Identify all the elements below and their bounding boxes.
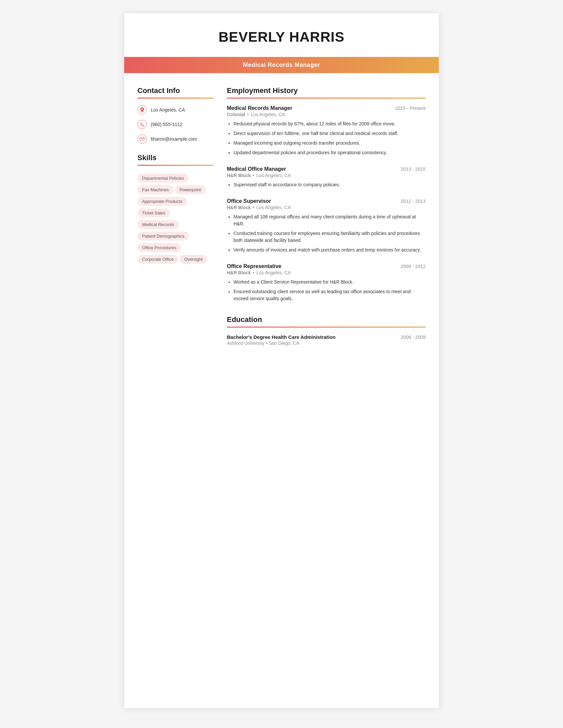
job-header: Office Supervisor2012 - 2013 bbox=[227, 198, 426, 204]
skill-tag: Medical Records bbox=[137, 220, 179, 229]
job-bullet: Verify amounts of invoices and match wit… bbox=[233, 247, 426, 253]
skill-tag: Appropriate Products bbox=[137, 197, 187, 206]
contact-phone: (960) 555-3112 bbox=[137, 120, 213, 129]
contact-location: Los Angeles, CA bbox=[137, 105, 213, 114]
job-dates: 2015 - Present bbox=[395, 106, 426, 111]
job-bullet: Managed incoming and outgoing records tr… bbox=[233, 140, 426, 147]
job-dates: 2009 - 2012 bbox=[401, 264, 426, 269]
resume-body: Contact Info Los Angeles, CA bbox=[124, 73, 439, 359]
contact-section: Contact Info Los Angeles, CA bbox=[137, 86, 213, 144]
candidate-name: BEVERLY HARRIS bbox=[137, 29, 426, 45]
edu-school: Ashford University • San Diego, CA bbox=[227, 341, 426, 346]
edu-degree: Bachelor's Degree Health Care Administra… bbox=[227, 334, 336, 340]
candidate-title: Medical Records Manager bbox=[137, 62, 426, 68]
job-header: Medical Records Manager2015 - Present bbox=[227, 105, 426, 111]
skill-tag: Fax Machines bbox=[137, 185, 173, 194]
job-bullet: Conducted training courses for employees… bbox=[233, 230, 426, 244]
skills-divider bbox=[137, 165, 213, 166]
edu-item-header: Bachelor's Degree Health Care Administra… bbox=[227, 334, 426, 340]
job-bullet: Ensured outstanding client service as we… bbox=[233, 288, 426, 302]
job-dates: 2013 - 2015 bbox=[401, 166, 426, 172]
job-bullet: Managed all 108 regional offices and man… bbox=[233, 213, 426, 227]
skill-tag: Ticket Sales bbox=[137, 208, 170, 217]
skill-tag: Patient Demographics bbox=[137, 232, 189, 241]
resume-header: BEVERLY HARRIS bbox=[124, 13, 439, 52]
education-item: Bachelor's Degree Health Care Administra… bbox=[227, 334, 426, 346]
education-section-title: Education bbox=[227, 315, 426, 324]
skills-tags-container: Departmental PoliciesFax MachinesPowerpo… bbox=[137, 172, 213, 265]
job-bullets: Reduced physical records by 67%, about 1… bbox=[227, 120, 426, 156]
email-icon bbox=[137, 134, 147, 144]
education-divider bbox=[227, 327, 426, 328]
phone-icon bbox=[137, 120, 147, 129]
job-title: Medical Records Manager bbox=[227, 105, 292, 111]
contact-email: bharris@example.com bbox=[137, 134, 213, 144]
edu-dates: 2006 - 2009 bbox=[401, 335, 426, 340]
jobs-container: Medical Records Manager2015 - PresentCol… bbox=[227, 105, 426, 302]
resume-document: BEVERLY HARRIS Medical Records Manager C… bbox=[124, 13, 439, 708]
job-header: Office Representative2009 - 2012 bbox=[227, 263, 426, 269]
skills-section-title: Skills bbox=[137, 154, 213, 162]
skills-section: Skills Departmental PoliciesFax Machines… bbox=[137, 154, 213, 265]
contact-divider bbox=[137, 98, 213, 99]
job-item: Medical Records Manager2015 - PresentCol… bbox=[227, 105, 426, 156]
job-item: Office Representative2009 - 2012H&R Bloc… bbox=[227, 263, 426, 302]
skill-tag: Powerpoint bbox=[175, 185, 206, 194]
main-content: Employment History Medical Records Manag… bbox=[227, 86, 426, 346]
title-banner: Medical Records Manager bbox=[124, 57, 439, 73]
job-bullet: Direct supervision of ten fulltime, one … bbox=[233, 130, 426, 137]
skill-tag: Office Procedures bbox=[137, 243, 181, 252]
job-dates: 2012 - 2013 bbox=[401, 199, 426, 204]
education-section: Education Bachelor's Degree Health Care … bbox=[227, 315, 426, 346]
contact-phone-text: (960) 555-3112 bbox=[151, 122, 182, 127]
employment-divider bbox=[227, 98, 426, 99]
job-bullet: Updated departmental policies and proced… bbox=[233, 149, 426, 156]
job-bullet: Supervised staff in accordance to compan… bbox=[233, 181, 426, 188]
skill-tag: Corporate Office bbox=[137, 255, 178, 264]
job-bullets: Supervised staff in accordance to compan… bbox=[227, 181, 426, 188]
job-company: H&R Block•Los Angeles, CA bbox=[227, 205, 426, 210]
contact-section-title: Contact Info bbox=[137, 86, 213, 95]
job-item: Office Supervisor2012 - 2013H&R Block•Lo… bbox=[227, 198, 426, 253]
job-title: Medical Office Manager bbox=[227, 166, 286, 172]
job-bullet: Worked as a Client Service Representativ… bbox=[233, 279, 426, 286]
contact-location-text: Los Angeles, CA bbox=[151, 107, 185, 113]
education-container: Bachelor's Degree Health Care Administra… bbox=[227, 334, 426, 346]
job-bullets: Managed all 108 regional offices and man… bbox=[227, 213, 426, 253]
employment-section: Employment History Medical Records Manag… bbox=[227, 86, 426, 302]
location-icon bbox=[137, 105, 147, 114]
job-company: Colonial•Los Angeles, CA bbox=[227, 112, 426, 117]
job-header: Medical Office Manager2013 - 2015 bbox=[227, 166, 426, 172]
job-title: Office Representative bbox=[227, 263, 282, 269]
job-company: H&R Block•Los Angeles, CA bbox=[227, 173, 426, 178]
job-bullet: Reduced physical records by 67%, about 1… bbox=[233, 120, 426, 127]
job-company: H&R Block•Los Angeles, CA bbox=[227, 270, 426, 275]
employment-section-title: Employment History bbox=[227, 86, 426, 95]
job-bullets: Worked as a Client Service Representativ… bbox=[227, 279, 426, 302]
sidebar: Contact Info Los Angeles, CA bbox=[137, 86, 213, 346]
job-title: Office Supervisor bbox=[227, 198, 271, 204]
skill-tag: Departmental Policies bbox=[137, 174, 188, 183]
contact-email-text: bharris@example.com bbox=[151, 136, 197, 142]
job-item: Medical Office Manager2013 - 2015H&R Blo… bbox=[227, 166, 426, 188]
skill-tag: Oversight bbox=[179, 255, 207, 264]
